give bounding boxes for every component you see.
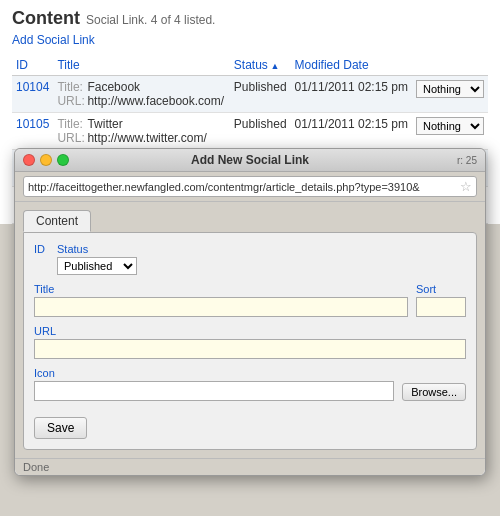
url-text: http://faceittogether.newfangled.com/con… [28,181,458,193]
page-header: Content Social Link. 4 of 4 listed. [12,8,488,29]
title-input[interactable] [34,297,408,317]
field-title: Title [34,283,408,317]
modal-titlebar: Add New Social Link r: 25 [15,149,485,172]
col-action [412,55,488,76]
icon-label: Icon [34,367,466,379]
cell-action[interactable]: Nothing Edit Delete [412,113,488,150]
icon-row: Browse... [34,381,466,401]
table-row: 10104 Title:Facebook URL:http://www.face… [12,76,488,113]
field-sort: Sort [416,283,466,317]
traffic-lights [23,154,69,166]
bookmark-icon[interactable]: ☆ [460,179,472,194]
cell-title: Title:Facebook URL:http://www.facebook.c… [53,76,229,113]
field-icon: Icon Browse... [34,367,466,401]
url-bar[interactable]: http://faceittogether.newfangled.com/con… [23,176,477,197]
cell-id[interactable]: 10104 [12,76,53,113]
id-label: ID [34,243,45,255]
cell-id[interactable]: 10105 [12,113,53,150]
col-id[interactable]: ID [12,55,53,76]
tab-content[interactable]: Content [23,210,91,232]
save-button[interactable]: Save [34,417,87,439]
table-row: 10105 Title:Twitter URL:http://www.twitt… [12,113,488,150]
modal-body: Content ID Status Published Draft [15,202,485,458]
modal-statusbar: Done [15,458,485,475]
add-social-link[interactable]: Add Social Link [12,33,95,47]
col-title[interactable]: Title [53,55,229,76]
page-title: Content [12,8,80,29]
modal-title: Add New Social Link [15,153,485,167]
status-label: Status [57,243,137,255]
cell-date: 01/11/2011 02:15 pm [291,76,412,113]
status-select[interactable]: Published Draft [57,257,137,275]
tab-content-panel: ID Status Published Draft Title [23,232,477,450]
title-label: Title [34,283,408,295]
url-label: URL [34,325,466,337]
cell-date: 01/11/2011 02:15 pm [291,113,412,150]
modal-urlbar: http://faceittogether.newfangled.com/con… [15,172,485,202]
cell-title: Title:Twitter URL:http://www.twitter.com… [53,113,229,150]
sort-label: Sort [416,283,466,295]
cell-action[interactable]: Nothing Edit Delete [412,76,488,113]
modal-resize: r: 25 [457,155,477,166]
minimize-button[interactable] [40,154,52,166]
form-row-title-sort: Title Sort [34,283,466,317]
tab-bar: Content [23,210,477,232]
form-actions: Save [34,411,466,439]
action-select[interactable]: Nothing Edit Delete [416,80,484,98]
col-status[interactable]: Status [230,55,291,76]
maximize-button[interactable] [57,154,69,166]
action-select[interactable]: Nothing Edit Delete [416,117,484,135]
url-input[interactable] [34,339,466,359]
form-row-id-status: ID Status Published Draft [34,243,466,275]
col-modified-date[interactable]: Modified Date [291,55,412,76]
icon-input[interactable] [34,381,394,401]
sort-input[interactable] [416,297,466,317]
background-page: Content Social Link. 4 of 4 listed. Add … [0,0,500,224]
page-subtitle: Social Link. 4 of 4 listed. [86,13,215,27]
field-id: ID [34,243,45,257]
cell-status: Published [230,76,291,113]
browse-button[interactable]: Browse... [402,383,466,401]
field-status: Status Published Draft [57,243,137,275]
add-social-link-modal: Add New Social Link r: 25 http://faceitt… [14,148,486,476]
cell-status: Published [230,113,291,150]
field-url: URL [34,325,466,359]
close-button[interactable] [23,154,35,166]
